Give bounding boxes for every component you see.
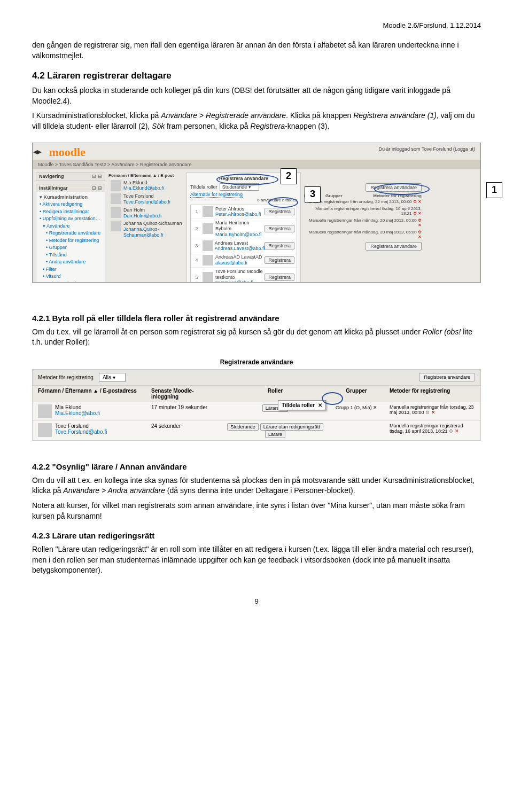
avatar xyxy=(203,223,213,234)
p-4-2-3: Rollen "Lärare utan redigeringsrätt" är … xyxy=(32,544,481,576)
avatar xyxy=(203,255,213,266)
reg-users-title: Registrerade användare xyxy=(32,358,481,366)
figure-1: moodle Du är inloggad som Tove Forslund … xyxy=(32,143,481,292)
role-label: Tilldela roller xyxy=(190,184,217,190)
sidebar-item[interactable]: ▾ Användare xyxy=(40,223,102,230)
register-button[interactable]: Registrera xyxy=(265,242,294,249)
method-select[interactable]: Alla ▾ xyxy=(99,373,126,382)
col-roles: Roller xyxy=(224,388,327,400)
popup-user-row: 4AndreasAD LavastADalavast@abo.fiRegistr… xyxy=(191,253,297,268)
col-login: Senaste Moodle-inloggning xyxy=(148,388,224,400)
gear-icon[interactable]: ⚙ xyxy=(449,428,453,434)
list-item: Johanna Quiroz-SchaumanJohanna.Quiroz-Sc… xyxy=(108,220,183,239)
intro-paragraph: den gången de registrerar sig, men ifall… xyxy=(32,40,481,61)
p-4-2-2-b: Notera att kurser, för vilket man regist… xyxy=(32,501,481,521)
register-button[interactable]: Registrera xyxy=(265,208,294,215)
sidebar-item[interactable]: • Metoder för registrering xyxy=(40,237,102,245)
p-4-2-2-a: Om du vill att t.ex. en kollega inte ska… xyxy=(32,475,481,496)
avatar xyxy=(203,240,213,251)
login-status: Du är inloggad som Tove Forslund (Logga … xyxy=(379,146,475,152)
popup-user-row: 3Andreas LavastAndreas.Lavast@abo.fiRegi… xyxy=(191,239,297,254)
avatar xyxy=(111,221,121,231)
method-row: Manuella registreringar registrerad tisd… xyxy=(304,205,422,217)
page-header: Moodle 2.6/Forslund, 1.12.2014 xyxy=(32,21,481,29)
nav-panel-title: Navigering xyxy=(39,174,64,179)
breadcrumb: Moodle > Toves Sandlåda Test2 > Användar… xyxy=(33,160,480,169)
sidebar-item[interactable]: • Registrerade användare xyxy=(40,230,102,237)
callout-3: 3 xyxy=(305,186,321,202)
table-row: Tove ForslundTove.Forslund@abo.fi24 seku… xyxy=(33,420,480,440)
heading-4-2-2: 4.2.2 "Osynlig" lärare / Annan användare xyxy=(32,462,481,471)
sidebar-item[interactable]: • Vitsord xyxy=(40,273,102,280)
sidebar-item[interactable]: • Redigera inställningar xyxy=(40,208,102,216)
avatar xyxy=(111,207,121,218)
page-number: 9 xyxy=(32,597,481,605)
sidebar-item[interactable]: • Tillstånd xyxy=(40,252,102,259)
register-button[interactable]: Registrera xyxy=(265,225,294,232)
avatar xyxy=(203,206,213,217)
heading-4-2-1: 4.2.1 Byta roll på eller tilldela flera … xyxy=(32,314,481,323)
list-item: Tove ForslundTove.Forslund@abo.fi xyxy=(108,192,183,206)
callout-2: 2 xyxy=(281,168,297,184)
register-button[interactable]: Registrera xyxy=(265,274,294,281)
p-4-2-b: I Kursadministrationsblocket, klicka på … xyxy=(32,111,481,131)
svg-marker-0 xyxy=(33,150,42,154)
annotation-oval-plus xyxy=(322,392,343,405)
method-row: Manuella registreringar från onsdag, 22 … xyxy=(304,198,422,205)
annotation-oval-2 xyxy=(216,174,278,185)
register-user-button[interactable]: Registrera användare xyxy=(419,373,475,381)
sidebar-item[interactable]: • Aktivera redigering xyxy=(40,201,102,208)
alt-registration-link[interactable]: Alternativ för registrering xyxy=(190,192,243,198)
sidebar-item[interactable]: • Säkerhetskopiera xyxy=(40,280,102,283)
p-4-2-1: Om du t.ex. vill ge lärarroll åt en pers… xyxy=(32,327,481,348)
heading-4-2: 4.2 Läraren registrerar deltagare xyxy=(32,71,481,81)
gear-icon[interactable]: ⚙ xyxy=(425,410,430,415)
heading-4-2-3: 4.2.3 Lärare utan redigeringsrätt xyxy=(32,531,481,540)
moodle-logo: moodle xyxy=(44,143,91,160)
p-4-2-a: Du kan också plocka in studerande och ko… xyxy=(32,85,481,106)
left-users-header: Förnamn / Efternamn ▲ / E-post xyxy=(108,172,183,179)
table-row: Mia EklundMia.Eklund@abo.fi17 minuter 19… xyxy=(33,402,480,420)
role-option[interactable]: Studerande xyxy=(227,423,259,431)
avatar xyxy=(111,193,121,204)
role-option[interactable]: Lärare xyxy=(265,431,285,438)
avatar xyxy=(38,423,52,437)
method-row: Manuella registreringar från måndag, 20 … xyxy=(304,217,422,229)
col-method: Metoder för registrering xyxy=(386,388,478,400)
list-item: Dan HolmDan.Holm@abo.fi xyxy=(108,206,183,220)
sidebar-item[interactable]: • Andra användare xyxy=(40,259,102,266)
annotation-oval-1 xyxy=(374,183,430,195)
sidebar-item[interactable]: • Uppföljning av prestationerna xyxy=(40,215,102,223)
popup-user-row: 5Tove Forslund Moodle testkontotovemood@… xyxy=(191,268,297,283)
annotation-oval-3 xyxy=(268,197,298,208)
method-label: Metoder för registrering xyxy=(38,374,94,380)
avatar xyxy=(111,180,121,191)
method-row: Manuella registreringar från måndag, 20 … xyxy=(304,229,422,240)
avatar xyxy=(38,404,52,418)
sidebar-item[interactable]: • Filter xyxy=(40,266,102,274)
register-button[interactable]: Registrera xyxy=(265,256,294,264)
delete-icon[interactable]: ✕ xyxy=(431,410,436,415)
delete-icon[interactable]: ✕ xyxy=(455,428,459,434)
popup-user-row: 2Maria Heinonen ByholmMaria.Byholm@abo.f… xyxy=(191,219,297,239)
list-item: Mia EklundMia.Eklund@abo.fi xyxy=(108,179,183,193)
role-option[interactable]: Lärare utan redigeringsrätt xyxy=(260,423,323,431)
settings-panel-title: Inställningar xyxy=(39,185,68,191)
col-name[interactable]: Förnamn / Efternamn ▲ / E-postadress xyxy=(35,388,148,400)
graduation-cap-icon xyxy=(33,150,42,156)
avatar xyxy=(203,272,213,283)
callout-1: 1 xyxy=(486,182,502,198)
assign-roles-tooltip: Tilldela roller ✕ xyxy=(278,400,326,410)
figure-2: Registrerade användare Metoder för regis… xyxy=(32,358,481,441)
register-user-button-bottom[interactable]: Registrera användare xyxy=(366,242,422,251)
sidebar-item[interactable]: • Grupper xyxy=(40,244,102,252)
